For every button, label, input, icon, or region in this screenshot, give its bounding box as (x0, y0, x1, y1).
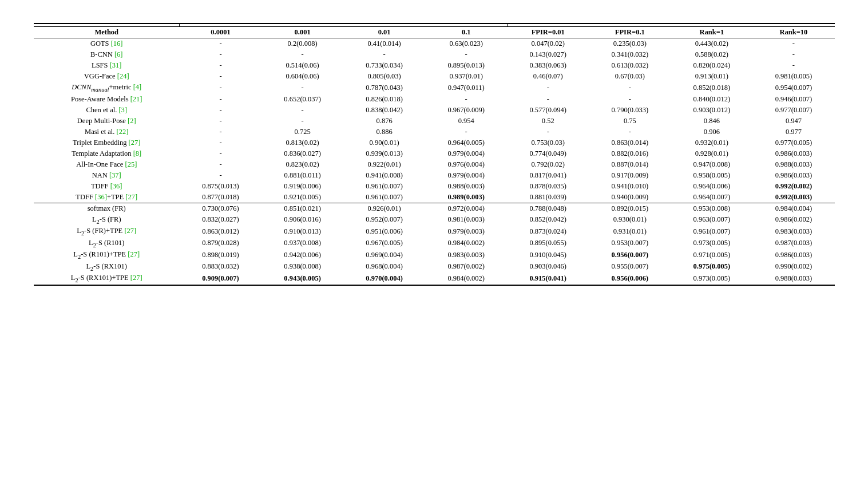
value-cell: - (425, 127, 507, 137)
col-fpir001: FPIR=0.01 (507, 27, 589, 38)
table-row: TDFF [36]0.875(0.013)0.919(0.006)0.961(0… (34, 181, 835, 192)
value-cell: - (180, 159, 261, 170)
value-cell: 0.976(0.004) (425, 159, 507, 170)
value-cell: 0.341(0.032) (589, 49, 671, 60)
value-cell: 0.906 (671, 127, 752, 137)
value-cell: 0.989(0.003) (425, 192, 507, 203)
value-cell: 0.932(0.01) (671, 137, 752, 148)
value-cell: 0.443(0.02) (671, 38, 752, 50)
value-cell: 0.652(0.037) (261, 94, 343, 105)
value-cell: 0.836(0.027) (261, 148, 343, 159)
value-cell: 0.817(0.041) (507, 170, 589, 181)
value-cell: 0.984(0.004) (752, 203, 834, 214)
method-cell: L2-S (R101) (34, 238, 180, 250)
value-cell: 0.937(0.01) (425, 71, 507, 82)
value-cell: 0.953(0.007) (589, 238, 671, 250)
value-cell: 0.613(0.032) (589, 60, 671, 71)
value-cell: - (752, 60, 834, 71)
table-row: L2-S (RX101)+TPE [27]0.909(0.007)0.943(0… (34, 273, 835, 285)
table-row: L2-S (RX101)0.883(0.032)0.938(0.008)0.96… (34, 261, 835, 273)
method-cell: L2-S (R101)+TPE [27] (34, 249, 180, 261)
value-cell: 0.977(0.007) (752, 105, 834, 116)
value-cell: 0.788(0.048) (507, 203, 589, 214)
table-row: L2-S (FR)0.832(0.027)0.906(0.016)0.952(0… (34, 214, 835, 226)
value-cell: 0.383(0.063) (507, 60, 589, 71)
value-cell: 0.988(0.003) (752, 159, 834, 170)
method-cell: Masi et al. [22] (34, 127, 180, 137)
method-cell: L2-S (FR)+TPE [27] (34, 226, 180, 238)
value-cell: - (261, 82, 343, 94)
value-cell: 0.940(0.009) (589, 192, 671, 203)
value-cell: 0.514(0.06) (261, 60, 343, 71)
value-cell: 0.887(0.014) (589, 159, 671, 170)
value-cell: 0.986(0.003) (752, 170, 834, 181)
method-cell: Deep Multi-Pose [2] (34, 116, 180, 127)
method-cell: B-CNN [6] (34, 49, 180, 60)
value-cell: 0.973(0.005) (671, 273, 752, 285)
method-cell: LSFS [31] (34, 60, 180, 71)
table-row: TDFF [36]+TPE [27]0.877(0.018)0.921(0.00… (34, 192, 835, 203)
value-cell: 0.863(0.012) (180, 226, 261, 238)
value-cell: 0.41(0.014) (343, 38, 425, 50)
value-cell: 0.990(0.002) (752, 261, 834, 273)
value-cell: 0.969(0.004) (343, 249, 425, 261)
method-cell: L2-S (FR) (34, 214, 180, 226)
value-cell: 0.876 (343, 116, 425, 127)
value-cell: 0.820(0.024) (671, 60, 752, 71)
value-cell: 0.753(0.03) (507, 137, 589, 148)
value-cell: 0.881(0.011) (261, 170, 343, 181)
value-cell: 0.977 (752, 127, 834, 137)
value-cell: 0.913(0.01) (671, 71, 752, 82)
value-cell: 0.917(0.009) (589, 170, 671, 181)
method-cell: VGG-Face [24] (34, 71, 180, 82)
col-0001: 0.0001 (180, 27, 261, 38)
method-cell: GOTS [16] (34, 38, 180, 50)
value-cell: - (261, 116, 343, 127)
value-cell: - (752, 38, 834, 50)
value-cell: 0.951(0.006) (343, 226, 425, 238)
value-cell: 0.52 (507, 116, 589, 127)
value-cell: 0.725 (261, 127, 343, 137)
value-cell: 0.047(0.02) (507, 38, 589, 50)
value-cell: 0.975(0.005) (671, 261, 752, 273)
value-cell: 0.879(0.028) (180, 238, 261, 250)
value-cell: 0.805(0.03) (343, 71, 425, 82)
value-cell: 0.942(0.006) (261, 249, 343, 261)
value-cell: 0.67(0.03) (589, 71, 671, 82)
value-cell: - (180, 127, 261, 137)
value-cell: 0.937(0.008) (261, 238, 343, 250)
table-row: VGG-Face [24]-0.604(0.06)0.805(0.03)0.93… (34, 71, 835, 82)
value-cell: 0.943(0.005) (261, 273, 343, 285)
value-cell: 0.984(0.002) (425, 273, 507, 285)
value-cell: - (180, 82, 261, 94)
value-cell: 0.813(0.02) (261, 137, 343, 148)
value-cell: 0.928(0.01) (671, 148, 752, 159)
table-row: LSFS [31]-0.514(0.06)0.733(0.034)0.895(0… (34, 60, 835, 71)
value-cell: 0.992(0.002) (752, 181, 834, 192)
table-row: All-In-One Face [25]-0.823(0.02)0.922(0.… (34, 159, 835, 170)
table-row: Template Adaptation [8]-0.836(0.027)0.93… (34, 148, 835, 159)
value-cell: 0.958(0.005) (671, 170, 752, 181)
value-cell: 0.2(0.008) (261, 38, 343, 50)
value-cell: 0.964(0.006) (671, 181, 752, 192)
value-cell: - (589, 82, 671, 94)
value-cell: 0.956(0.006) (589, 273, 671, 285)
value-cell: 0.955(0.007) (589, 261, 671, 273)
value-cell: 0.926(0.01) (343, 203, 425, 214)
value-cell: 0.851(0.021) (261, 203, 343, 214)
col-1: 0.1 (425, 27, 507, 38)
value-cell: 0.852(0.042) (507, 214, 589, 226)
value-cell: 0.987(0.003) (752, 238, 834, 250)
value-cell: - (425, 49, 507, 60)
value-cell: 0.883(0.032) (180, 261, 261, 273)
value-cell: 0.774(0.049) (507, 148, 589, 159)
method-cell: Pose-Aware Models [21] (34, 94, 180, 105)
value-cell: 0.903(0.012) (671, 105, 752, 116)
value-cell: 0.838(0.042) (343, 105, 425, 116)
value-cell: 0.852(0.018) (671, 82, 752, 94)
value-cell: 0.881(0.039) (507, 192, 589, 203)
value-cell: - (180, 105, 261, 116)
value-cell: 0.979(0.003) (425, 226, 507, 238)
method-col-header: Method (34, 27, 180, 38)
value-cell: - (261, 49, 343, 60)
